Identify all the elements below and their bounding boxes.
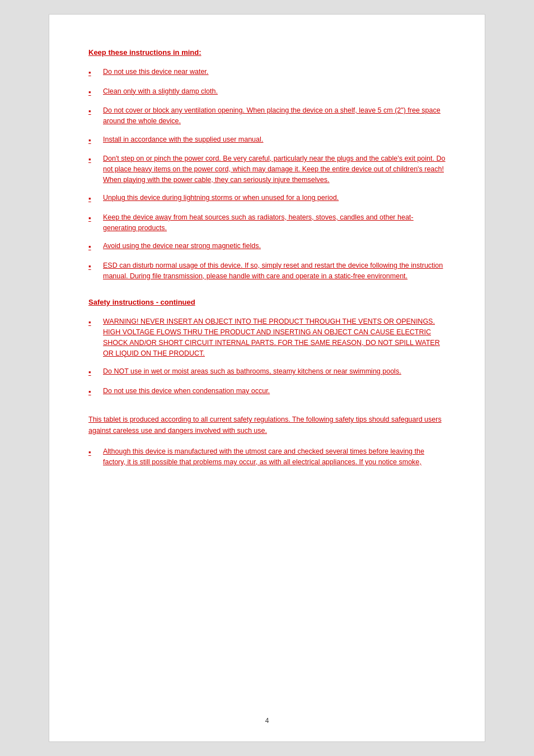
bullet-marker: ▪ xyxy=(88,67,99,78)
page-number: 4 xyxy=(49,717,485,725)
bullet-list-final: ▪ Although this device is manufactured w… xyxy=(88,446,446,468)
list-item: ▪ Unplug this device during lightning st… xyxy=(88,193,446,204)
list-item: ▪ Don't step on or pinch the power cord.… xyxy=(88,153,446,185)
bullet-marker: ▪ xyxy=(88,261,99,272)
bullet-text: Do not use this device near water. xyxy=(103,67,208,77)
bullet-text: Keep the device away from heat sources s… xyxy=(103,212,446,234)
bullet-text: Unplug this device during lightning stor… xyxy=(103,193,339,203)
list-item: ▪ ESD can disturb normal usage of this d… xyxy=(88,260,446,282)
section-heading-safety: Safety instructions - continued xyxy=(88,298,446,306)
section-keep-instructions: Keep these instructions in mind: ▪ Do no… xyxy=(88,48,446,281)
bullet-marker: ▪ xyxy=(88,241,99,253)
bullet-text: Install in accordance with the supplied … xyxy=(103,134,263,145)
section-heading-keep: Keep these instructions in mind: xyxy=(88,48,446,57)
list-item: ▪ Do not use this device when condensati… xyxy=(88,386,446,398)
bullet-text: Don't step on or pinch the power cord. B… xyxy=(103,153,446,185)
bullet-text: Do not use this device when condensation… xyxy=(103,386,270,396)
paragraph-text: This tablet is produced according to all… xyxy=(88,414,446,436)
bullet-marker: ▪ xyxy=(88,154,99,165)
list-item: ▪ Although this device is manufactured w… xyxy=(88,446,446,468)
bullet-marker: ▪ xyxy=(88,87,99,98)
bullet-marker: ▪ xyxy=(88,317,99,328)
bullet-text: Clean only with a slightly damp cloth. xyxy=(103,86,218,97)
bullet-text: ESD can disturb normal usage of this dev… xyxy=(103,260,446,282)
list-item: ▪ Do not cover or block any ventilation … xyxy=(88,105,446,127)
bullet-text: Avoid using the device near strong magne… xyxy=(103,241,261,251)
bullet-marker: ▪ xyxy=(88,447,99,458)
list-item: ▪ Install in accordance with the supplie… xyxy=(88,134,446,146)
list-item: ▪ WARNING! NEVER INSERT AN OBJECT INTO T… xyxy=(88,316,446,358)
bullet-text: WARNING! NEVER INSERT AN OBJECT INTO THE… xyxy=(103,316,446,358)
bullet-text: Although this device is manufactured wit… xyxy=(103,446,446,468)
list-item: ▪ Do NOT use in wet or moist areas such … xyxy=(88,366,446,378)
bullet-text: Do NOT use in wet or moist areas such as… xyxy=(103,366,401,377)
safety-paragraph: This tablet is produced according to all… xyxy=(88,414,446,436)
bullet-text: Do not cover or block any ventilation op… xyxy=(103,105,446,127)
bullet-marker: ▪ xyxy=(88,106,99,117)
bullet-marker: ▪ xyxy=(88,386,99,398)
bullet-marker: ▪ xyxy=(88,213,99,224)
list-item: ▪ Clean only with a slightly damp cloth. xyxy=(88,86,446,98)
page: Keep these instructions in mind: ▪ Do no… xyxy=(49,14,485,742)
list-item: ▪ Avoid using the device near strong mag… xyxy=(88,241,446,253)
bullet-marker: ▪ xyxy=(88,367,99,378)
bullet-list-safety: ▪ WARNING! NEVER INSERT AN OBJECT INTO T… xyxy=(88,316,446,397)
bullet-marker: ▪ xyxy=(88,193,99,204)
section-safety-continued: Safety instructions - continued ▪ WARNIN… xyxy=(88,298,446,397)
bullet-list-keep: ▪ Do not use this device near water. ▪ C… xyxy=(88,67,446,281)
list-item: ▪ Do not use this device near water. xyxy=(88,67,446,78)
list-item: ▪ Keep the device away from heat sources… xyxy=(88,212,446,234)
bullet-marker: ▪ xyxy=(88,135,99,146)
